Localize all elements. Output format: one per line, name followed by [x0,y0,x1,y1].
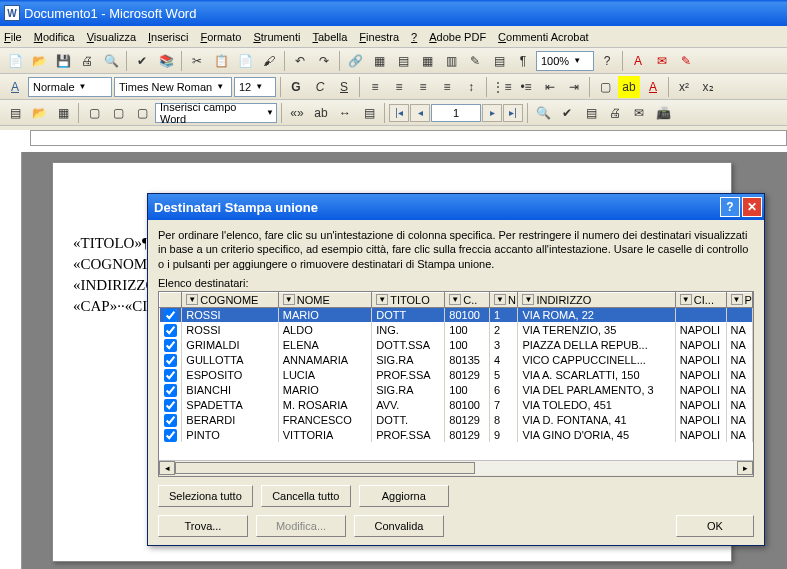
grid-horizontal-scrollbar[interactable]: ◂ ▸ [159,460,753,476]
insert-table-button[interactable]: ▤ [392,50,414,72]
row-checkbox[interactable] [164,309,177,322]
align-left-button[interactable]: ≡ [364,76,386,98]
zoom-combo[interactable]: 100%▼ [536,51,594,71]
column-header[interactable]: ▼COGNOME [182,292,278,307]
mm-merge-newdoc-button[interactable]: ▤ [580,102,602,124]
column-header[interactable]: ▼NOME [278,292,371,307]
tables-button[interactable]: ▦ [368,50,390,72]
research-button[interactable]: 📚 [155,50,177,72]
drawing-button[interactable]: ✎ [464,50,486,72]
style-combo[interactable]: Normale▼ [28,77,112,97]
column-header[interactable]: ▼P [726,292,752,307]
outdent-button[interactable]: ⇤ [539,76,561,98]
subscript-button[interactable]: x₂ [697,76,719,98]
justify-button[interactable]: ≡ [436,76,458,98]
row-checkbox[interactable] [164,324,177,337]
align-center-button[interactable]: ≡ [388,76,410,98]
scroll-right-button[interactable]: ▸ [737,461,753,475]
menu-visualizza[interactable]: Visualizza [87,31,136,43]
last-record-button[interactable]: ▸| [503,104,523,122]
mm-open-source-button[interactable]: 📂 [28,102,50,124]
mm-merge-fax-button[interactable]: 📠 [652,102,674,124]
scroll-left-button[interactable]: ◂ [159,461,175,475]
align-right-button[interactable]: ≡ [412,76,434,98]
font-color-button[interactable]: A [642,76,664,98]
borders-button[interactable]: ▢ [594,76,616,98]
row-checkbox[interactable] [164,339,177,352]
italic-button[interactable]: C [309,76,331,98]
docmap-button[interactable]: ▤ [488,50,510,72]
superscript-button[interactable]: x² [673,76,695,98]
dialog-help-button[interactable]: ? [720,197,740,217]
table-row[interactable]: GULLOTTAANNAMARIASIG.RA801354VICO CAPPUC… [160,352,753,367]
menu-commenti-acrobat[interactable]: Commenti Acrobat [498,31,589,43]
mm-insert-greeting-button[interactable]: ▢ [107,102,129,124]
dialog-close-button[interactable]: ✕ [742,197,762,217]
prev-record-button[interactable]: ◂ [410,104,430,122]
table-row[interactable]: SPADETTAM. ROSARIAAVV.801007VIA TOLEDO, … [160,397,753,412]
column-header[interactable]: ▼TITOLO [372,292,445,307]
spelling-button[interactable]: ✔ [131,50,153,72]
bullets-button[interactable]: •≡ [515,76,537,98]
new-doc-button[interactable]: 📄 [4,50,26,72]
record-number-input[interactable] [431,104,481,122]
recipients-grid[interactable]: ▼COGNOME▼NOME▼TITOLO▼C..▼N▼INDIRIZZO▼CI.… [159,292,753,443]
table-row[interactable]: ROSSIALDOING.1002VIA TERENZIO, 35NAPOLIN… [160,322,753,337]
select-all-button[interactable]: Seleziona tutto [158,485,253,507]
pdf-button[interactable]: A [627,50,649,72]
clear-all-button[interactable]: Cancella tutto [261,485,351,507]
row-checkbox[interactable] [164,414,177,427]
next-record-button[interactable]: ▸ [482,104,502,122]
column-header[interactable] [160,292,182,307]
highlight-button[interactable]: ab [618,76,640,98]
table-row[interactable]: GRIMALDIELENADOTT.SSA1003PIAZZA DELLA RE… [160,337,753,352]
copy-button[interactable]: 📋 [210,50,232,72]
mm-find-button[interactable]: 🔍 [532,102,554,124]
row-checkbox[interactable] [164,399,177,412]
menu-adobe-pdf[interactable]: Adobe PDF [429,31,486,43]
excel-button[interactable]: ▦ [416,50,438,72]
menu-inserisci[interactable]: Inserisci [148,31,188,43]
menu-formato[interactable]: Formato [200,31,241,43]
find-button[interactable]: Trova... [158,515,248,537]
save-button[interactable]: 💾 [52,50,74,72]
indent-button[interactable]: ⇥ [563,76,585,98]
help-button[interactable]: ? [596,50,618,72]
menu-finestra[interactable]: Finestra [359,31,399,43]
paste-button[interactable]: 📄 [234,50,256,72]
mm-match-fields-button[interactable]: ↔ [334,102,356,124]
validate-button[interactable]: Convalida [354,515,444,537]
row-checkbox[interactable] [164,384,177,397]
table-row[interactable]: BIANCHIMARIOSIG.RA1006VIA DEL PARLAMENTO… [160,382,753,397]
menu-strumenti[interactable]: Strumenti [253,31,300,43]
row-checkbox[interactable] [164,354,177,367]
print-button[interactable]: 🖨 [76,50,98,72]
row-checkbox[interactable] [164,429,177,442]
refresh-button[interactable]: Aggiorna [359,485,449,507]
redo-button[interactable]: ↷ [313,50,335,72]
row-checkbox[interactable] [164,369,177,382]
styles-pane-button[interactable]: A [4,76,26,98]
column-header[interactable]: ▼INDIRIZZO [518,292,675,307]
mm-merge-email-button[interactable]: ✉ [628,102,650,124]
mm-merge-print-button[interactable]: 🖨 [604,102,626,124]
show-marks-button[interactable]: ¶ [512,50,534,72]
bold-button[interactable]: G [285,76,307,98]
format-painter-button[interactable]: 🖌 [258,50,280,72]
column-header[interactable]: ▼CI...(Tutto)NAPOLIROMA(Vuote)(NonVuote)… [675,292,726,307]
vertical-ruler[interactable] [0,152,22,569]
column-header[interactable]: ▼C.. [445,292,490,307]
undo-button[interactable]: ↶ [289,50,311,72]
table-row[interactable]: ROSSIMARIODOTT801001VIA ROMA, 22 [160,307,753,322]
menu-modifica[interactable]: Modifica [34,31,75,43]
hyperlink-button[interactable]: 🔗 [344,50,366,72]
line-spacing-button[interactable]: ↕ [460,76,482,98]
font-combo[interactable]: Times New Roman▼ [114,77,232,97]
menu-tabella[interactable]: Tabella [312,31,347,43]
column-header[interactable]: ▼N [489,292,517,307]
mm-insert-block-button[interactable]: ▢ [83,102,105,124]
mm-recipients-button[interactable]: ▦ [52,102,74,124]
open-button[interactable]: 📂 [28,50,50,72]
horizontal-ruler[interactable] [30,130,787,146]
mm-highlight-fields-button[interactable]: ab [310,102,332,124]
